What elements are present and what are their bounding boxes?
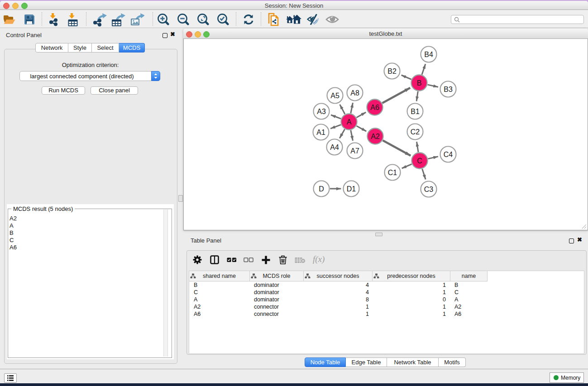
svg-text:C4: C4 [444, 151, 453, 158]
svg-text:C: C [417, 157, 422, 165]
svg-text:A: A [347, 118, 352, 126]
svg-text:C2: C2 [411, 128, 420, 136]
svg-text:C1: C1 [388, 169, 397, 176]
svg-text:D: D [319, 185, 324, 193]
svg-text:A2: A2 [371, 133, 380, 140]
svg-text:A4: A4 [330, 143, 339, 151]
svg-text:A5: A5 [330, 92, 339, 100]
svg-text:B3: B3 [444, 86, 453, 93]
svg-text:B1: B1 [411, 108, 420, 115]
svg-text:B4: B4 [424, 51, 433, 58]
svg-text:D1: D1 [347, 185, 356, 193]
svg-text:B2: B2 [387, 67, 397, 75]
svg-text:C3: C3 [424, 186, 434, 193]
svg-text:A3: A3 [317, 108, 326, 115]
svg-text:A1: A1 [316, 129, 325, 136]
svg-text:A8: A8 [350, 89, 359, 97]
svg-text:A7: A7 [350, 147, 359, 155]
svg-text:A6: A6 [370, 104, 379, 111]
svg-text:B: B [417, 79, 422, 87]
